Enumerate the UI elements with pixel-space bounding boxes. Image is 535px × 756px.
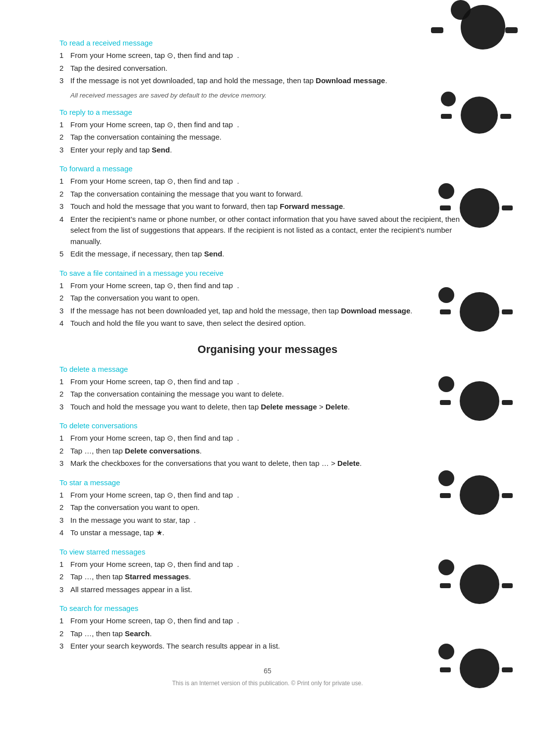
section-read-received: To read a received message 1 From your H… (59, 39, 476, 99)
step-item: 1 From your Home screen, tap ⊙, then fin… (59, 490, 476, 501)
section-forward: To forward a message 1 From your Home sc… (59, 164, 476, 260)
deco-dash-12 (502, 493, 513, 498)
deco-dash-2 (505, 27, 518, 33)
heading-delete-conv: To delete conversations (59, 421, 476, 430)
note-read-received: All received messages are saved by defau… (70, 92, 476, 99)
heading-view-starred: To view starred messages (59, 548, 476, 556)
content-area: To read a received message 1 From your H… (59, 39, 476, 687)
step-item: 1 From your Home screen, tap ⊙, then fin… (59, 280, 476, 292)
deco-blob-2 (451, 0, 471, 20)
step-item: 5 Edit the message, if necessary, then t… (59, 249, 476, 260)
section-delete-conv: To delete conversations 1 From your Home… (59, 421, 476, 469)
steps-save-file: 1 From your Home screen, tap ⊙, then fin… (59, 280, 476, 329)
section-reply: To reply to a message 1 From your Home s… (59, 108, 476, 156)
step-item: 2 Tap the conversation containing the me… (59, 132, 476, 143)
heading-reply: To reply to a message (59, 108, 476, 116)
step-item: 2 Tap the conversation you want to open. (59, 293, 476, 304)
page-number: 65 (59, 667, 476, 675)
step-item: 1 From your Home screen, tap ⊙, then fin… (59, 119, 476, 131)
step-item: 3 In the message you want to star, tap . (59, 515, 476, 526)
heading-star-msg: To star a message (59, 478, 476, 487)
step-item: 3 Touch and hold the message that you wa… (59, 201, 476, 212)
steps-delete-msg: 1 From your Home screen, tap ⊙, then fin… (59, 376, 476, 413)
deco-dash-10 (502, 400, 513, 405)
step-item: 4 Enter the recipient’s name or phone nu… (59, 214, 476, 248)
step-item: 2 Tap the conversation containing the me… (59, 389, 476, 400)
step-item: 2 Tap …, then tap Search. (59, 628, 476, 640)
step-item: 1 From your Home screen, tap ⊙, then fin… (59, 433, 476, 444)
step-item: 3 Enter your reply and tap Send. (59, 145, 476, 156)
deco-dash-8 (502, 309, 513, 314)
steps-delete-conv: 1 From your Home screen, tap ⊙, then fin… (59, 433, 476, 469)
deco-dash-14 (502, 583, 513, 588)
step-item: 3 Touch and hold the message you want to… (59, 402, 476, 413)
steps-forward: 1 From your Home screen, tap ⊙, then fin… (59, 176, 476, 260)
step-item: 1 From your Home screen, tap ⊙, then fin… (59, 559, 476, 570)
section-title-organising: Organising your messages (59, 343, 476, 356)
page: To read a received message 1 From your H… (0, 0, 535, 756)
steps-reply: 1 From your Home screen, tap ⊙, then fin… (59, 119, 476, 156)
step-item: 4 Touch and hold the file you want to sa… (59, 318, 476, 329)
steps-star-msg: 1 From your Home screen, tap ⊙, then fin… (59, 490, 476, 539)
step-item: 3 Enter your search keywords. The search… (59, 641, 476, 652)
step-item: 3 All starred messages appear in a list. (59, 584, 476, 596)
step-item: 1 From your Home screen, tap ⊙, then fin… (59, 376, 476, 388)
section-star-msg: To star a message 1 From your Home scree… (59, 478, 476, 539)
steps-read-received: 1 From your Home screen, tap ⊙, then fin… (59, 50, 476, 87)
step-item: 2 Tap the conversation you want to open. (59, 502, 476, 513)
deco-dash-4 (500, 114, 511, 119)
deco-dash-16 (502, 667, 513, 672)
footer-text: This is an Internet version of this publ… (59, 680, 476, 687)
step-item: 3 If the message is not yet downloaded, … (59, 75, 476, 87)
step-item: 1 From your Home screen, tap ⊙, then fin… (59, 615, 476, 627)
section-delete-msg: To delete a message 1 From your Home scr… (59, 365, 476, 413)
section-view-starred: To view starred messages 1 From your Hom… (59, 548, 476, 596)
heading-forward: To forward a message (59, 164, 476, 173)
step-item: 1 From your Home screen, tap ⊙, then fin… (59, 50, 476, 61)
steps-view-starred: 1 From your Home screen, tap ⊙, then fin… (59, 559, 476, 596)
step-item: 2 Tap the conversation containing the me… (59, 189, 476, 200)
section-search-msg: To search for messages 1 From your Home … (59, 604, 476, 652)
step-item: 2 Tap …, then tap Delete conversations. (59, 446, 476, 457)
step-item: 3 If the message has not been downloaded… (59, 305, 476, 317)
deco-dash-6 (502, 205, 513, 210)
heading-read-received: To read a received message (59, 39, 476, 47)
step-item: 1 From your Home screen, tap ⊙, then fin… (59, 176, 476, 187)
step-item: 2 Tap the desired conversation. (59, 63, 476, 74)
step-item: 4 To unstar a message, tap ★. (59, 527, 476, 539)
step-item: 2 Tap …, then tap Starred messages. (59, 571, 476, 583)
steps-search-msg: 1 From your Home screen, tap ⊙, then fin… (59, 615, 476, 652)
heading-delete-msg: To delete a message (59, 365, 476, 373)
section-save-file: To save a file contained in a message yo… (59, 269, 476, 329)
heading-save-file: To save a file contained in a message yo… (59, 269, 476, 277)
deco-dash-1 (431, 27, 443, 33)
heading-search-msg: To search for messages (59, 604, 476, 612)
step-item: 3 Mark the checkboxes for the conversati… (59, 458, 476, 469)
